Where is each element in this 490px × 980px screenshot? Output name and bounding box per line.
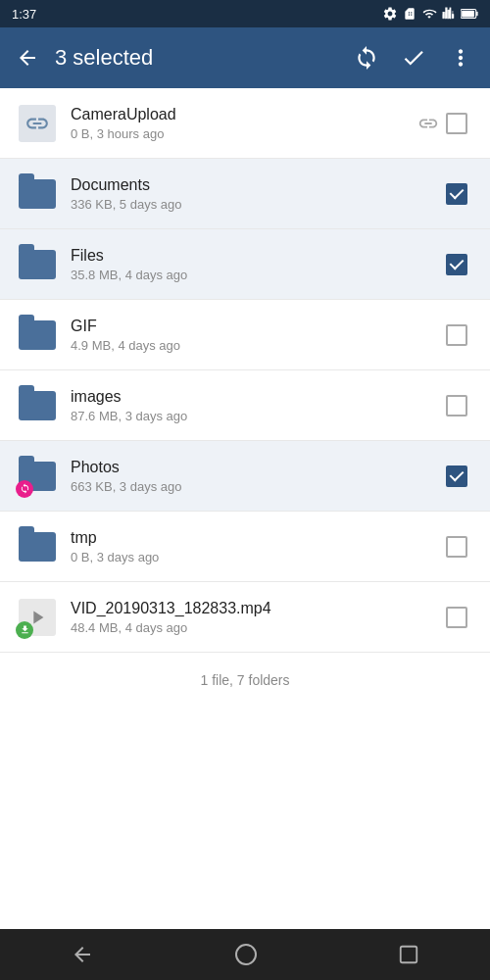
file-name: Documents (71, 175, 427, 196)
link-icon (417, 113, 439, 134)
more-options-button[interactable] (439, 36, 482, 79)
sim-icon (403, 6, 416, 22)
select-all-button[interactable] (392, 36, 435, 79)
battery-icon (461, 7, 478, 21)
checkbox-documents[interactable] (439, 176, 474, 212)
status-time: 1:37 (12, 7, 36, 22)
svg-rect-0 (443, 15, 445, 20)
checkbox-files[interactable] (439, 247, 474, 282)
status-icons (382, 6, 478, 22)
svg-rect-2 (447, 10, 449, 19)
file-icon-folder-sync (16, 455, 59, 498)
file-icon-camera-folder (16, 102, 59, 145)
file-info-images: images87.6 MB, 3 days ago (59, 387, 439, 424)
file-meta: 4.9 MB, 4 days ago (71, 338, 427, 353)
file-info-gif: GIF4.9 MB, 4 days ago (59, 317, 439, 354)
toolbar-title: 3 selected (47, 45, 345, 71)
svg-rect-3 (450, 8, 452, 20)
file-icon-folder (16, 525, 59, 568)
list-item-camera-upload[interactable]: CameraUpload0 B, 3 hours ago (0, 88, 490, 159)
file-meta: 87.6 MB, 3 days ago (71, 409, 427, 423)
nav-home-button[interactable] (234, 943, 258, 966)
file-name: VID_20190313_182833.mp4 (71, 599, 427, 619)
file-name: Files (71, 246, 427, 267)
nav-back-button[interactable] (71, 943, 94, 966)
file-name: GIF (71, 317, 427, 337)
file-name: CameraUpload (71, 105, 406, 125)
wifi-icon (421, 7, 437, 21)
signal-icon (442, 7, 456, 21)
sync-button[interactable] (345, 36, 388, 79)
file-meta: 48.4 MB, 4 days ago (71, 620, 427, 635)
settings-icon (382, 6, 398, 22)
file-name: Photos (71, 458, 427, 478)
file-info-tmp: tmp0 B, 3 days ago (59, 528, 439, 565)
svg-rect-1 (445, 12, 447, 19)
file-icon-folder (16, 384, 59, 427)
file-meta: 336 KB, 5 days ago (71, 197, 427, 212)
file-icon-folder (16, 172, 59, 216)
list-item-documents[interactable]: Documents336 KB, 5 days ago (0, 159, 490, 229)
toolbar-actions (345, 36, 482, 79)
file-icon-folder (16, 243, 59, 286)
checkbox-tmp[interactable] (439, 529, 474, 564)
file-icon-folder (16, 314, 59, 357)
status-bar: 1:37 (0, 0, 490, 27)
back-button[interactable] (8, 38, 47, 77)
svg-rect-6 (476, 12, 478, 17)
checkbox-vid[interactable] (439, 600, 474, 635)
file-list: CameraUpload0 B, 3 hours ago Documents33… (0, 88, 490, 929)
file-meta: 0 B, 3 days ago (71, 550, 427, 564)
checkbox-camera-upload[interactable] (439, 106, 474, 141)
file-info-camera-upload: CameraUpload0 B, 3 hours ago (59, 105, 417, 142)
list-item-gif[interactable]: GIF4.9 MB, 4 days ago (0, 300, 490, 370)
svg-rect-7 (462, 11, 474, 18)
svg-rect-4 (452, 11, 454, 19)
file-count: 1 file, 7 folders (0, 653, 490, 704)
list-item-vid[interactable]: VID_20190313_182833.mp448.4 MB, 4 days a… (0, 582, 490, 653)
file-meta: 663 KB, 3 days ago (71, 479, 427, 494)
checkbox-images[interactable] (439, 388, 474, 423)
svg-point-8 (236, 945, 256, 964)
file-info-vid: VID_20190313_182833.mp448.4 MB, 4 days a… (59, 599, 439, 636)
svg-rect-9 (401, 947, 417, 963)
file-info-documents: Documents336 KB, 5 days ago (59, 175, 439, 213)
nav-bar (0, 929, 490, 980)
list-item-files[interactable]: Files35.8 MB, 4 days ago (0, 229, 490, 300)
nav-recent-button[interactable] (398, 944, 419, 965)
list-item-photos[interactable]: Photos663 KB, 3 days ago (0, 441, 490, 512)
file-icon-video (16, 596, 59, 639)
checkbox-gif[interactable] (439, 318, 474, 353)
file-meta: 35.8 MB, 4 days ago (71, 268, 427, 282)
list-item-tmp[interactable]: tmp0 B, 3 days ago (0, 512, 490, 582)
file-meta: 0 B, 3 hours ago (71, 126, 406, 141)
file-name: images (71, 387, 427, 408)
file-name: tmp (71, 528, 427, 549)
file-info-photos: Photos663 KB, 3 days ago (59, 458, 439, 495)
checkbox-photos[interactable] (439, 459, 474, 494)
file-info-files: Files35.8 MB, 4 days ago (59, 246, 439, 283)
list-item-images[interactable]: images87.6 MB, 3 days ago (0, 370, 490, 441)
toolbar: 3 selected (0, 27, 490, 88)
